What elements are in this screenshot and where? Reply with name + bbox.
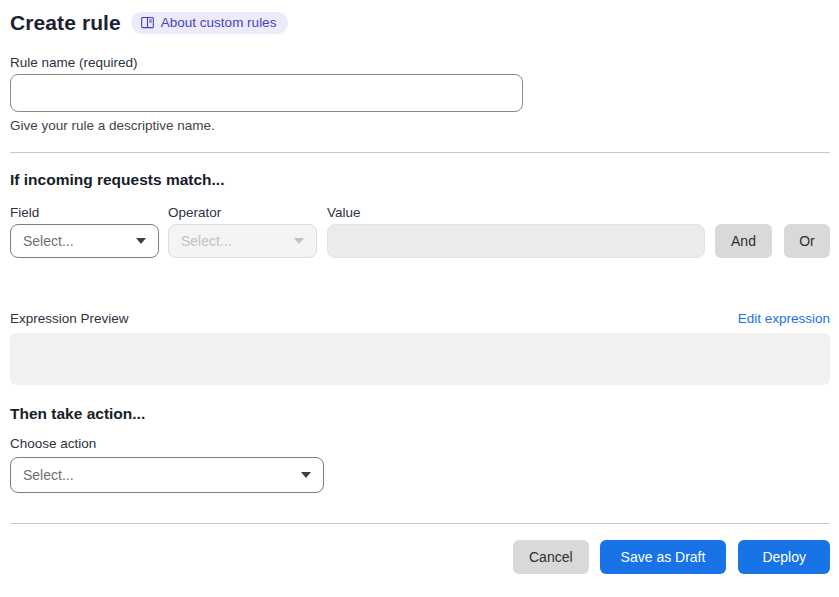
badge-label: About custom rules bbox=[161, 15, 277, 30]
expression-preview-box bbox=[10, 333, 830, 385]
save-as-draft-button[interactable]: Save as Draft bbox=[600, 540, 727, 574]
builder-labels-row: Field Operator Value bbox=[10, 205, 830, 220]
value-input bbox=[327, 224, 705, 258]
book-icon bbox=[140, 15, 155, 30]
field-select[interactable]: Select... bbox=[10, 224, 159, 258]
operator-select: Select... bbox=[168, 224, 317, 258]
footer-actions: Cancel Save as Draft Deploy bbox=[10, 540, 830, 574]
expression-header-row: Expression Preview Edit expression bbox=[10, 311, 830, 326]
expression-preview-label: Expression Preview bbox=[10, 311, 129, 326]
page-title: Create rule bbox=[10, 11, 121, 35]
and-button[interactable]: And bbox=[715, 224, 772, 258]
create-rule-page: Create rule About custom rules Rule name… bbox=[0, 0, 839, 574]
action-section-heading: Then take action... bbox=[10, 405, 830, 423]
page-header: Create rule About custom rules bbox=[10, 10, 830, 36]
chevron-down-icon bbox=[136, 238, 146, 244]
action-select[interactable]: Select... bbox=[10, 457, 324, 493]
or-button[interactable]: Or bbox=[784, 224, 830, 258]
operator-select-value: Select... bbox=[181, 233, 232, 249]
builder-controls-row: Select... Select... And Or bbox=[10, 224, 830, 258]
cancel-button[interactable]: Cancel bbox=[513, 540, 589, 574]
choose-action-label: Choose action bbox=[10, 436, 830, 451]
chevron-down-icon bbox=[301, 472, 311, 478]
rule-name-label: Rule name (required) bbox=[10, 55, 830, 70]
action-select-value: Select... bbox=[23, 467, 74, 483]
edit-expression-link[interactable]: Edit expression bbox=[738, 311, 830, 326]
about-custom-rules-badge[interactable]: About custom rules bbox=[131, 12, 289, 34]
deploy-button[interactable]: Deploy bbox=[738, 540, 830, 574]
match-section-heading: If incoming requests match... bbox=[10, 171, 830, 189]
value-label: Value bbox=[327, 205, 830, 220]
rule-name-input[interactable] bbox=[10, 74, 523, 112]
footer-divider bbox=[10, 523, 830, 524]
field-select-value: Select... bbox=[23, 233, 74, 249]
rule-name-helper: Give your rule a descriptive name. bbox=[10, 118, 830, 133]
operator-label: Operator bbox=[168, 205, 317, 220]
field-label: Field bbox=[10, 205, 159, 220]
chevron-down-icon bbox=[294, 238, 304, 244]
section-divider bbox=[10, 152, 830, 153]
